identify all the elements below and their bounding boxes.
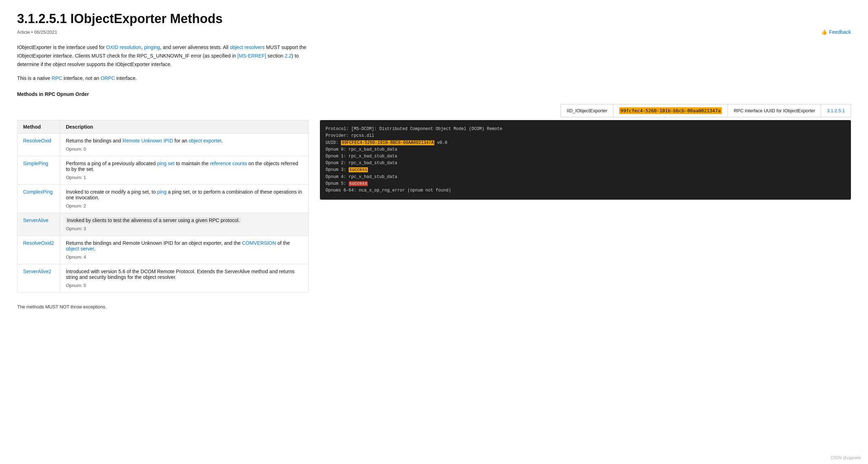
remote-unknown-ipid-link[interactable]: Remote Unknown IPID	[123, 138, 173, 144]
col-description: Description	[60, 120, 309, 134]
footer-note: The methods MUST NOT throw exceptions.	[17, 304, 851, 309]
pinging-link[interactable]: pinging	[144, 44, 160, 50]
object-resolvers-link[interactable]: object resolvers	[230, 44, 264, 50]
ping-set-link[interactable]: ping set	[157, 161, 175, 166]
terminal-block: Protocol: [MS-DCOM]: Distributed Compone…	[320, 120, 851, 200]
method-complexping-link[interactable]: ComplexPing	[23, 189, 53, 195]
table-row: ResolveOxid2 Returns the bindings and Re…	[17, 236, 309, 264]
opnum3-highlight: success	[349, 167, 368, 172]
serveralive-highlight: Invoked by clients to test the aliveness…	[66, 217, 241, 223]
opnum-0: Opnum: 0	[66, 146, 302, 152]
comversion-link[interactable]: COMVERSION	[242, 240, 276, 246]
page-title: 3.1.2.5.1 IObjectExporter Methods	[17, 11, 851, 26]
method-resolveoxid2-link[interactable]: ResolveOxid2	[23, 240, 54, 246]
terminal-line-2: Provider: rpcss.dll	[326, 133, 845, 139]
method-resolveoxid-desc: Returns the bindings and Remote Unknown …	[60, 134, 309, 156]
ms-erref-link[interactable]: [MS-ERREF]	[237, 53, 266, 59]
methods-section-title: Methods in RPC Opnum Order	[17, 91, 89, 97]
terminal-line-5: Opnum 1: rpc_x_bad_stub_data	[326, 153, 845, 160]
ping-link[interactable]: ping	[157, 189, 166, 195]
method-resolveoxid-link[interactable]: ResolveOxid	[23, 138, 51, 144]
opnum-1: Opnum: 1	[66, 175, 302, 180]
method-serveralive2-link[interactable]: ServerAlive2	[23, 269, 51, 274]
method-resolveoxid2-desc: Returns the bindings and Remote Unknown …	[60, 236, 309, 264]
intro-paragraph: IObjectExporter is the interface used fo…	[17, 43, 309, 69]
method-serveralive2-desc: Introduced with version 5.6 of the DCOM …	[60, 264, 309, 293]
opnum-5: Opnum: 5	[66, 283, 302, 288]
iid-table: IID_IObjectExporter 99fcfec4-5260-101b-b…	[561, 104, 851, 117]
native-rpc-paragraph: This is a native RPC interface, not an O…	[17, 74, 851, 83]
iid-col4[interactable]: 3.1.2.5.1	[821, 104, 851, 117]
section-22-link[interactable]: 2.2	[285, 53, 291, 59]
opnum-4: Opnum: 4	[66, 254, 302, 260]
thumbsup-icon: 👍	[821, 29, 827, 35]
feedback-link[interactable]: 👍 Feedback	[821, 29, 851, 35]
table-row: SimplePing Performs a ping of a previous…	[17, 156, 309, 185]
terminal-line-1: Protocol: [MS-DCOM]: Distributed Compone…	[326, 126, 845, 133]
terminal-line-3: UUID: 99FCFEC4-5260-101B-BBC8-00AA002134…	[326, 140, 845, 146]
iid-col2: 99fcfec4-5260-101b-bbcb-00aa0021347a	[614, 104, 728, 117]
table-row: ResolveOxid Returns the bindings and Rem…	[17, 134, 309, 156]
reference-counts-link[interactable]: reference counts	[210, 161, 247, 166]
terminal-line-7: Opnum 3: success	[326, 167, 845, 173]
terminal-line-4: Opnum 0: rpc_x_bad_stub_data	[326, 146, 845, 153]
table-row: ServerAlive2 Introduced with version 5.6…	[17, 264, 309, 293]
iid-highlight: 99fcfec4-5260-101b-bbcb-00aa0021347a	[619, 107, 722, 114]
table-row-highlighted: ServerAlive Invoked by clients to test t…	[17, 213, 309, 236]
orpc-link[interactable]: ORPC	[101, 75, 115, 81]
iid-col1: IID_IObjectExporter	[561, 104, 613, 117]
methods-table: Method Description ResolveOxid Returns t…	[17, 120, 309, 293]
object-exporter-link[interactable]: object exporter	[189, 138, 221, 144]
object-server-link[interactable]: object server	[66, 246, 94, 252]
method-complexping-desc: Invoked to create or modify a ping set, …	[60, 185, 309, 213]
iid-col3: RPC interface UUID for IObjectExporter	[728, 104, 821, 117]
opnum-2: Opnum: 2	[66, 203, 302, 209]
iid-link[interactable]: 3.1.2.5.1	[827, 108, 845, 113]
opnum5-highlight: success	[349, 181, 368, 186]
terminal-line-10: Opnums 6-64: nca_s_op_rng_error (opnum n…	[326, 187, 845, 194]
col-method: Method	[17, 120, 60, 134]
terminal-line-9: Opnum 5: success	[326, 180, 845, 187]
rpc-link[interactable]: RPC	[52, 75, 62, 81]
oxid-resolution-link[interactable]: OXID resolution	[106, 44, 141, 50]
terminal-line-6: Opnum 2: rpc_x_bad_stub_data	[326, 160, 845, 167]
method-serveralive-desc: Invoked by clients to test the aliveness…	[60, 213, 309, 236]
method-simpleping-desc: Performs a ping of a previously allocate…	[60, 156, 309, 185]
article-meta: Article • 06/25/2021	[17, 29, 57, 35]
method-simpleping-link[interactable]: SimplePing	[23, 161, 48, 166]
uuid-highlight: 99FCFEC4-5260-101B-BBC8-00AA0021347A	[341, 140, 434, 145]
method-serveralive-link[interactable]: ServerAlive	[23, 217, 49, 223]
opnum-3: Opnum: 3	[66, 226, 302, 231]
table-row: ComplexPing Invoked to create or modify …	[17, 185, 309, 213]
terminal-line-8: Opnum 4: rpc_x_had_stub_data	[326, 174, 845, 180]
